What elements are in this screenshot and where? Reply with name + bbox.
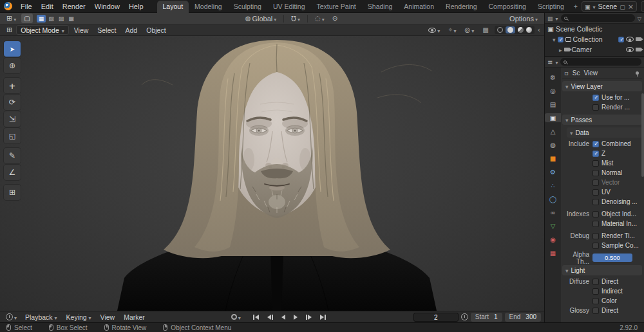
snapping-toggle[interactable] [289, 14, 303, 23]
select-mode-new-button[interactable] [37, 15, 46, 23]
transform-orientation-dropdown[interactable]: Global [243, 14, 279, 23]
menu-select[interactable]: Select [93, 26, 120, 34]
active-tool-box-select-button[interactable] [21, 14, 32, 23]
scene-selector[interactable]: Scene [582, 1, 637, 12]
menu-edit[interactable]: Edit [37, 3, 58, 10]
properties-tab-physics[interactable] [545, 194, 561, 203]
xray-toggle[interactable] [480, 25, 491, 35]
menu-playback[interactable]: Playback [22, 313, 61, 321]
add-workspace-button[interactable]: + [570, 1, 582, 13]
proportional-edit-toggle[interactable] [312, 14, 327, 23]
breadcrumb-view-layer[interactable]: View [583, 69, 598, 77]
viewport-canvas[interactable] [0, 36, 544, 311]
properties-tab-texture[interactable] [545, 248, 561, 257]
cursor-tool[interactable] [4, 58, 21, 73]
properties-tab-tool[interactable] [545, 73, 561, 82]
blender-logo-icon[interactable] [4, 2, 12, 10]
tab-texture-paint[interactable]: Texture Paint [311, 1, 362, 13]
tab-compositing[interactable]: Compositing [483, 1, 532, 13]
outliner-row-collection[interactable]: Collection [545, 34, 644, 44]
shading-material-button[interactable] [518, 27, 524, 33]
current-frame-field[interactable]: 2 [413, 313, 459, 322]
jump-to-start-button[interactable] [251, 313, 261, 321]
next-keyframe-button[interactable] [304, 313, 314, 321]
panel-passes[interactable]: Passes [562, 115, 642, 125]
select-mode-subtract-button[interactable] [57, 15, 66, 23]
diffuse-color-checkbox[interactable] [592, 298, 599, 304]
pass-mist-checkbox[interactable] [592, 160, 599, 167]
outliner-search-input[interactable] [561, 14, 635, 22]
object-index-checkbox[interactable] [592, 211, 599, 217]
panel-data[interactable]: Data [567, 127, 642, 138]
view-layer-selector[interactable]: View Layer [641, 1, 644, 12]
overlays-dropdown[interactable] [462, 25, 477, 35]
shading-solid-button[interactable] [507, 27, 513, 33]
jump-to-end-button[interactable] [318, 313, 328, 321]
eye-icon[interactable] [626, 37, 634, 42]
tab-modeling[interactable]: Modeling [189, 1, 228, 13]
tab-rendering[interactable]: Rendering [440, 1, 482, 13]
properties-tab-scene[interactable] [545, 127, 561, 136]
menu-render[interactable]: Render [58, 3, 90, 10]
properties-scrollbar[interactable] [641, 93, 644, 177]
previous-keyframe-button[interactable] [265, 313, 275, 321]
eye-icon[interactable] [626, 47, 634, 52]
menu-object[interactable]: Object [142, 26, 169, 34]
menu-add[interactable]: Add [122, 26, 142, 34]
menu-marker[interactable]: Marker [120, 313, 148, 321]
select-mode-extend-button[interactable] [46, 15, 56, 23]
properties-tab-particles[interactable] [545, 181, 561, 190]
properties-tab-object[interactable] [545, 154, 561, 163]
editor-type-button[interactable] [4, 25, 15, 35]
transform-tool[interactable] [4, 128, 21, 143]
properties-editor-icon[interactable] [547, 59, 553, 66]
panel-light[interactable]: Light [562, 265, 642, 275]
menu-window[interactable]: Window [90, 3, 124, 10]
render-time-checkbox[interactable] [592, 233, 599, 239]
pass-denoising-checkbox[interactable] [592, 199, 599, 205]
pass-vector-checkbox[interactable] [592, 180, 599, 186]
auto-keying-toggle[interactable] [229, 313, 243, 322]
measure-tool[interactable] [4, 165, 21, 180]
use-for-rendering-checkbox[interactable] [592, 95, 599, 101]
tab-scripting[interactable]: Scripting [532, 1, 570, 13]
pass-combined-checkbox[interactable] [592, 141, 599, 147]
rotate-tool[interactable] [4, 95, 21, 110]
frame-start-field[interactable]: Start 1 [471, 313, 502, 322]
expand-icon[interactable] [559, 46, 562, 53]
mode-dropdown[interactable]: Object Mode [16, 25, 69, 35]
shading-rendered-button[interactable] [526, 27, 532, 33]
camera-visibility-icon[interactable] [636, 48, 641, 51]
collection-checkbox[interactable] [618, 37, 624, 42]
glossy-direct-checkbox[interactable] [592, 308, 599, 314]
collection-exclude-checkbox[interactable] [558, 37, 564, 42]
annotate-tool[interactable] [4, 148, 21, 163]
menu-view[interactable]: View [70, 26, 93, 34]
editor-type-button[interactable] [4, 14, 19, 23]
tab-sculpting[interactable]: Sculpting [228, 1, 267, 13]
sample-count-checkbox[interactable] [592, 243, 599, 249]
properties-tab-output[interactable] [545, 100, 561, 109]
options-dropdown[interactable]: Options [507, 14, 540, 23]
tab-layout[interactable]: Layout [157, 1, 189, 13]
close-scene-icon[interactable] [628, 3, 634, 10]
tab-animation[interactable]: Animation [398, 1, 440, 13]
menu-keying[interactable]: Keying [63, 313, 95, 321]
diffuse-direct-checkbox[interactable] [592, 279, 599, 285]
pin-icon[interactable] [636, 71, 639, 75]
outliner-row-scene-collection[interactable]: ▣ Scene Collectic [545, 24, 644, 34]
breadcrumb-scene[interactable]: Sc [573, 69, 580, 77]
move-tool[interactable] [4, 78, 21, 93]
properties-tab-object-data[interactable] [545, 221, 561, 230]
gizmos-dropdown[interactable] [446, 25, 459, 35]
filter-icon[interactable] [638, 14, 641, 22]
pivot-point-dropdown[interactable] [330, 14, 340, 23]
properties-search-input[interactable] [560, 58, 641, 66]
diffuse-indirect-checkbox[interactable] [592, 288, 599, 295]
pass-z-checkbox[interactable] [592, 151, 599, 157]
alpha-threshold-slider[interactable]: 0.500 [592, 254, 632, 262]
timeline-editor-button[interactable] [3, 313, 19, 322]
play-button[interactable] [292, 313, 299, 321]
select-mode-intersect-button[interactable] [66, 15, 76, 23]
select-box-tool[interactable] [4, 41, 21, 57]
